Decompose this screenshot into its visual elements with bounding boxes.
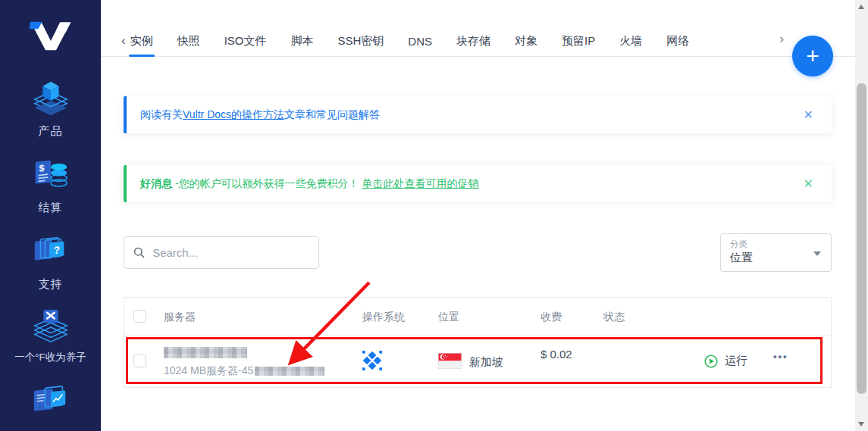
products-icon xyxy=(29,79,73,120)
select-all-checkbox[interactable] xyxy=(133,310,146,323)
row-status-text: 运行 xyxy=(725,354,747,368)
close-icon[interactable]: ✕ xyxy=(799,175,818,192)
sort-by-label: 分类 xyxy=(730,239,822,250)
search-icon xyxy=(133,246,145,259)
server-plan-line: 1024 MB服务器-45 xyxy=(164,364,324,378)
tab-reserved-ip[interactable]: 预留IP xyxy=(562,25,595,57)
tab-block-storage[interactable]: 块存储 xyxy=(456,25,490,57)
sidebar-item-label: 支持 xyxy=(0,277,101,292)
sidebar-item-label: 产品 xyxy=(0,124,101,139)
affiliate-icon xyxy=(29,308,73,346)
vultr-logo[interactable] xyxy=(30,9,72,62)
tab-iso[interactable]: ISO文件 xyxy=(224,25,267,57)
promo-banner-link[interactable]: 单击此处查看可用的促销 xyxy=(362,177,478,191)
col-location: 位置 xyxy=(438,311,459,324)
sidebar-item-reports[interactable] xyxy=(0,381,101,426)
deploy-new-button[interactable]: + xyxy=(792,36,833,77)
svg-text:$: $ xyxy=(39,163,44,174)
tab-dns[interactable]: DNS xyxy=(408,25,432,57)
docs-banner-link[interactable]: Vultr Docs的操作方法 xyxy=(183,108,284,122)
promo-banner: 好消息 -您的帐户可以额外获得一些免费积分！ 单击此处查看可用的促销 ✕ xyxy=(124,165,832,202)
row-checkbox[interactable] xyxy=(133,354,146,367)
custom-os-icon xyxy=(362,351,382,373)
row-status: 运行 xyxy=(704,354,747,368)
sidebar-item-affiliate[interactable]: 一个°F收为养子 xyxy=(0,308,101,364)
page-scrollbar xyxy=(855,0,868,431)
row-location: 新加坡 xyxy=(469,355,503,370)
search-box xyxy=(124,236,319,269)
sort-by-dropdown[interactable]: 分类 位置 xyxy=(720,233,832,272)
col-status: 状态 xyxy=(603,311,625,324)
docs-banner-text-suffix: 文章和常见问题解答 xyxy=(284,108,380,122)
search-input[interactable] xyxy=(152,246,309,259)
singapore-flag-icon xyxy=(438,353,462,372)
tab-bar: ‹ 实例 快照 ISO文件 脚本 SSH密钥 DNS 块存储 对象 预留IP 火… xyxy=(121,25,689,57)
docs-banner: 阅读有关Vultr Docs的操作方法文章和常见问题解答 ✕ xyxy=(124,96,832,133)
running-play-icon xyxy=(704,354,718,368)
sidebar-item-products[interactable]: 产品 xyxy=(0,79,101,139)
tab-instances[interactable]: 实例 xyxy=(130,25,153,57)
scroll-down-icon[interactable] xyxy=(858,422,864,426)
svg-text:?: ? xyxy=(53,245,59,257)
scrollbar-thumb[interactable] xyxy=(857,83,866,394)
chevron-right-icon[interactable]: › xyxy=(779,30,784,47)
scroll-up-icon[interactable] xyxy=(858,5,864,9)
servers-table: 服务器 操作系统 位置 收费 状态 1024 MB服务器-45 xyxy=(124,297,832,388)
sidebar: 产品 $ 结算 ? 支持 xyxy=(0,0,101,431)
col-os: 操作系统 xyxy=(362,311,405,324)
promo-banner-text: -您的帐户可以额外获得一些免费积分！ xyxy=(172,177,362,191)
row-charge: $ 0.02 xyxy=(541,348,572,361)
support-icon: ? xyxy=(29,232,73,273)
redacted-server-ip xyxy=(255,367,324,376)
docs-banner-text: 阅读有关 xyxy=(140,108,183,122)
table-header-row: 服务器 操作系统 位置 收费 状态 xyxy=(124,298,831,336)
tab-ssh-keys[interactable]: SSH密钥 xyxy=(338,25,384,57)
promo-banner-bold: 好消息 xyxy=(140,177,172,191)
billing-icon: $ xyxy=(29,155,73,196)
tab-snapshots[interactable]: 快照 xyxy=(177,25,200,57)
col-charges: 收费 xyxy=(541,311,562,324)
sidebar-item-billing[interactable]: $ 结算 xyxy=(0,155,101,215)
close-icon[interactable]: ✕ xyxy=(799,106,818,123)
table-row[interactable]: 1024 MB服务器-45 xyxy=(124,336,831,387)
sidebar-item-label: 一个°F收为养子 xyxy=(0,351,101,364)
row-menu-button[interactable]: ••• xyxy=(773,351,788,362)
col-server: 服务器 xyxy=(164,311,196,324)
tab-objects[interactable]: 对象 xyxy=(515,25,537,57)
reports-icon xyxy=(29,381,73,422)
server-plan-text: 1024 MB服务器-45 xyxy=(164,364,253,376)
tab-scripts[interactable]: 脚本 xyxy=(291,25,314,57)
sort-by-value: 位置 xyxy=(730,251,822,265)
chevron-down-icon xyxy=(813,251,821,256)
sidebar-item-support[interactable]: ? 支持 xyxy=(0,232,101,292)
tab-firewall[interactable]: 火墙 xyxy=(619,25,642,57)
sidebar-item-label: 结算 xyxy=(0,201,101,215)
chevron-left-icon[interactable]: ‹ xyxy=(121,33,126,48)
redacted-server-name xyxy=(164,347,247,358)
tab-network[interactable]: 网络 xyxy=(666,25,689,57)
